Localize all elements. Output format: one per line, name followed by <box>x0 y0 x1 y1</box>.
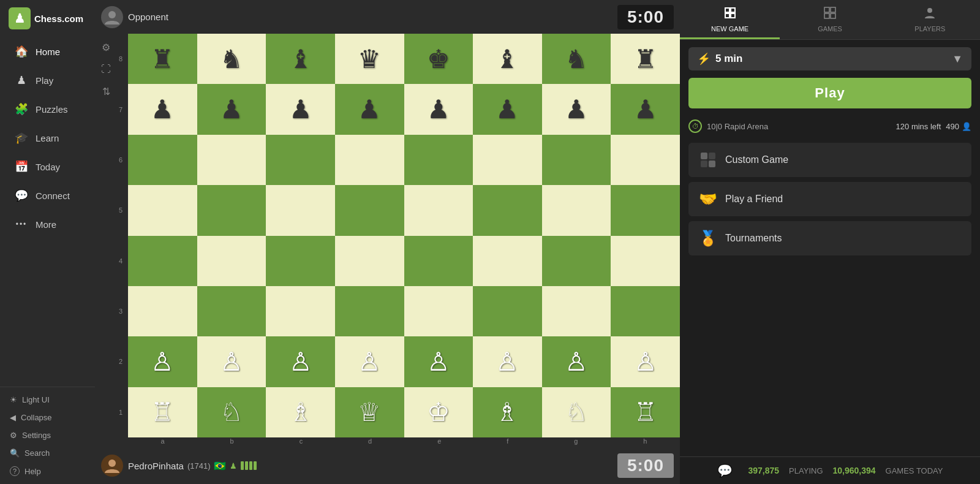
square-h5[interactable] <box>611 185 680 235</box>
chat-icon[interactable]: 💬 <box>717 463 733 478</box>
square-e5[interactable] <box>404 185 473 235</box>
player-details: PedroPinhata (1741) 🇧🇷 ♟ <box>128 460 257 472</box>
square-a2[interactable]: ♙ <box>128 336 197 387</box>
tab-players[interactable]: PLAYERS <box>880 0 980 39</box>
square-b2[interactable]: ♙ <box>197 336 266 387</box>
square-c6[interactable] <box>266 135 335 185</box>
help-button[interactable]: ? Help <box>0 462 95 480</box>
play-friend-button[interactable]: 🤝 Play a Friend <box>688 182 971 216</box>
square-h7[interactable]: ♟ <box>611 84 680 134</box>
light-ui-button[interactable]: ☀ Light UI <box>0 391 95 409</box>
square-d8[interactable]: ♛ <box>335 34 404 84</box>
square-d6[interactable] <box>335 135 404 185</box>
play-button[interactable]: Play <box>688 78 971 108</box>
square-c1[interactable]: ♗ <box>266 387 335 437</box>
square-h2[interactable]: ♙ <box>611 336 680 387</box>
tournaments-button[interactable]: 🏅 Tournaments <box>688 221 971 255</box>
arena-row: ⏱ 10|0 Rapid Arena 120 mins left 490 👤 <box>688 119 971 133</box>
square-g6[interactable] <box>542 135 611 185</box>
square-a4[interactable] <box>128 236 197 286</box>
square-b3[interactable] <box>197 286 266 336</box>
fullscreen-button[interactable]: ⛶ <box>97 61 115 78</box>
square-h3[interactable] <box>611 286 680 336</box>
sidebar-item-home[interactable]: 🏠 Home <box>4 37 91 66</box>
settings-button[interactable]: ⚙ Settings <box>0 426 95 444</box>
flip-board-button[interactable]: ⇅ <box>97 83 115 100</box>
square-c2[interactable]: ♙ <box>266 336 335 387</box>
square-f7[interactable]: ♟ <box>473 84 542 134</box>
square-f3[interactable] <box>473 286 542 336</box>
square-a1[interactable]: ♖ <box>128 387 197 437</box>
square-g3[interactable] <box>542 286 611 336</box>
square-e8[interactable]: ♚ <box>404 34 473 84</box>
square-b6[interactable] <box>197 135 266 185</box>
square-b1[interactable]: ♘ <box>197 387 266 437</box>
square-h6[interactable] <box>611 135 680 185</box>
square-g1[interactable]: ♘ <box>542 387 611 437</box>
square-c8[interactable]: ♝ <box>266 34 335 84</box>
sidebar-item-puzzles[interactable]: 🧩 Puzzles <box>4 95 91 123</box>
square-a7[interactable]: ♟ <box>128 84 197 134</box>
sidebar-item-learn[interactable]: 🎓 Learn <box>4 124 91 152</box>
square-f1[interactable]: ♗ <box>473 387 542 437</box>
square-e6[interactable] <box>404 135 473 185</box>
square-d2[interactable]: ♙ <box>335 336 404 387</box>
sidebar-item-today[interactable]: 📅 Today <box>4 153 91 181</box>
logo[interactable]: ♟ Chess.com <box>0 0 95 37</box>
time-control-selector[interactable]: ⚡ 5 min ▼ <box>688 47 971 70</box>
square-g5[interactable] <box>542 185 611 235</box>
light-ui-icon: ☀ <box>10 395 17 404</box>
square-h1[interactable]: ♖ <box>611 387 680 437</box>
square-a5[interactable] <box>128 185 197 235</box>
square-b4[interactable] <box>197 236 266 286</box>
square-f2[interactable]: ♙ <box>473 336 542 387</box>
svg-rect-6 <box>824 7 829 12</box>
sidebar-item-connect[interactable]: 💬 Connect <box>4 181 91 210</box>
chess-board[interactable]: ♜ ♞ ♝ ♛ ♚ ♝ ♞ ♜ ♟ ♟ ♟ ♟ ♟ ♟ ♟ ♟ <box>128 34 680 437</box>
square-d4[interactable] <box>335 236 404 286</box>
square-e7[interactable]: ♟ <box>404 84 473 134</box>
square-f8[interactable]: ♝ <box>473 34 542 84</box>
player-rating: (1741) <box>187 461 211 471</box>
square-d5[interactable] <box>335 185 404 235</box>
square-b7[interactable]: ♟ <box>197 84 266 134</box>
sidebar-item-more[interactable]: ••• More <box>4 210 91 238</box>
square-a3[interactable] <box>128 286 197 336</box>
square-b8[interactable]: ♞ <box>197 34 266 84</box>
search-button[interactable]: 🔍 Search <box>0 444 95 462</box>
square-f4[interactable] <box>473 236 542 286</box>
square-g2[interactable]: ♙ <box>542 336 611 387</box>
square-b5[interactable] <box>197 185 266 235</box>
square-c5[interactable] <box>266 185 335 235</box>
play-friend-icon: 🤝 <box>698 189 718 209</box>
players-tab-icon <box>923 6 937 23</box>
square-f5[interactable] <box>473 185 542 235</box>
square-c3[interactable] <box>266 286 335 336</box>
tab-games[interactable]: GAMES <box>780 0 880 39</box>
square-e2[interactable]: ♙ <box>404 336 473 387</box>
settings-board-button[interactable]: ⚙ <box>97 39 115 56</box>
arena-players-count: 490 👤 <box>946 122 971 131</box>
square-c4[interactable] <box>266 236 335 286</box>
square-h4[interactable] <box>611 236 680 286</box>
tab-new-game[interactable]: NEW GAME <box>680 0 780 39</box>
square-e4[interactable] <box>404 236 473 286</box>
sidebar-item-play[interactable]: ♟ Play <box>4 66 91 94</box>
square-e3[interactable] <box>404 286 473 336</box>
square-a6[interactable] <box>128 135 197 185</box>
square-e1[interactable]: ♔ <box>404 387 473 437</box>
square-g8[interactable]: ♞ <box>542 34 611 84</box>
square-g7[interactable]: ♟ <box>542 84 611 134</box>
battery-indicator <box>241 461 257 470</box>
square-d1[interactable]: ♕ <box>335 387 404 437</box>
square-g4[interactable] <box>542 236 611 286</box>
square-f6[interactable] <box>473 135 542 185</box>
square-h8[interactable]: ♜ <box>611 34 680 84</box>
opponent-bar: Opponent 5:00 <box>95 0 680 34</box>
square-a8[interactable]: ♜ <box>128 34 197 84</box>
square-d3[interactable] <box>335 286 404 336</box>
collapse-button[interactable]: ◀ Collapse <box>0 409 95 426</box>
custom-game-button[interactable]: Custom Game <box>688 143 971 177</box>
square-d7[interactable]: ♟ <box>335 84 404 134</box>
square-c7[interactable]: ♟ <box>266 84 335 134</box>
